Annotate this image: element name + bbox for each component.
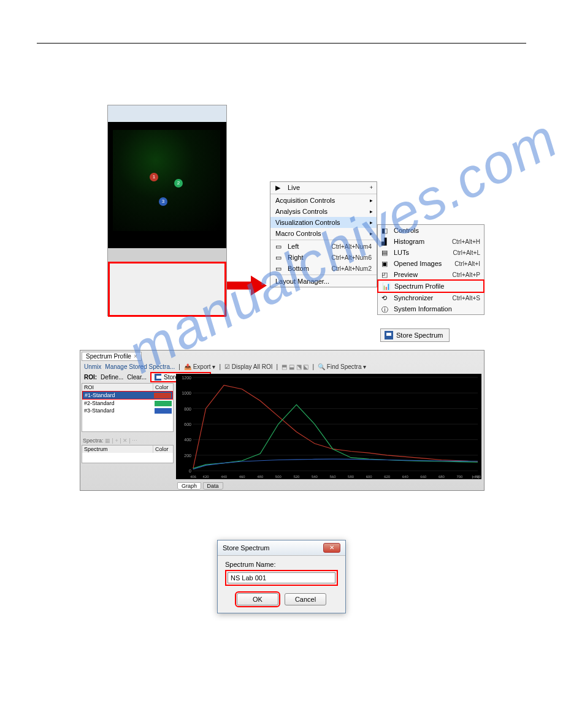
menu-item-controls[interactable]: ◧Controls bbox=[378, 225, 484, 236]
roi-row-3[interactable]: #3-Standard bbox=[82, 407, 173, 414]
menu-item-opened-images[interactable]: ▣Opened ImagesCtrl+Alt+I bbox=[378, 258, 484, 269]
svg-text:1200: 1200 bbox=[182, 376, 191, 380]
svg-text:600: 600 bbox=[366, 475, 373, 479]
menu-item-spectrum-profile[interactable]: 📊Spectrum Profile bbox=[377, 279, 484, 293]
svg-text:540: 540 bbox=[312, 475, 318, 479]
tab-graph[interactable]: Graph bbox=[177, 482, 201, 490]
controls-icon: ◧ bbox=[381, 227, 390, 234]
svg-text:[nm]: [nm] bbox=[472, 475, 479, 479]
roi-row-1[interactable]: #1-Standard bbox=[82, 391, 173, 400]
menu-item-visualization[interactable]: Visualization Controls▸ bbox=[270, 217, 377, 228]
color-swatch[interactable] bbox=[155, 408, 172, 414]
roi-row-2[interactable]: #2-Standard bbox=[82, 400, 173, 407]
svg-marker-0 bbox=[227, 276, 267, 296]
visualization-submenu: ◧Controls ▟HistogramCtrl+Alt+H ▤LUTsCtrl… bbox=[377, 224, 484, 315]
menu-item-system-info[interactable]: ⓘSystem Information bbox=[378, 303, 484, 314]
svg-text:500: 500 bbox=[275, 475, 282, 479]
sync-icon: ⟲ bbox=[381, 294, 390, 301]
find-spectra-button[interactable]: 🔍 Find Spectra ▾ bbox=[318, 363, 366, 370]
ok-button[interactable]: OK bbox=[237, 593, 278, 605]
roi-header: ROI bbox=[82, 384, 153, 391]
svg-text:460: 460 bbox=[239, 475, 246, 479]
svg-text:200: 200 bbox=[184, 453, 191, 458]
color-header: Color bbox=[153, 384, 173, 391]
menu-item-left[interactable]: ▭LeftCtrl+Alt+Num4 bbox=[270, 241, 377, 252]
play-icon: ▶ bbox=[275, 184, 284, 191]
spectrum-chart: 0200400600800100012004064204404604805005… bbox=[176, 374, 481, 479]
app-thumbnail: 1 2 3 bbox=[107, 105, 227, 316]
store-spectrum-dialog: Store Spectrum ✕ Spectrum Name: OK Cance… bbox=[217, 540, 346, 613]
arrow-right-icon: ▸ bbox=[370, 208, 373, 214]
spectrum-name-label: Spectrum Name: bbox=[225, 561, 338, 568]
svg-text:1000: 1000 bbox=[182, 391, 191, 395]
menu-item-layout-manager[interactable]: Layout Manager... bbox=[270, 276, 377, 287]
svg-text:0: 0 bbox=[189, 469, 191, 473]
spectra-section: Spectra: ▦ | + | ✕ | ⋯ SpectrumColor bbox=[82, 436, 174, 463]
roi-marker-1: 1 bbox=[150, 173, 158, 181]
svg-text:640: 640 bbox=[402, 475, 409, 479]
dialog-title: Store Spectrum bbox=[223, 544, 269, 552]
arrow-right-icon: ▸ bbox=[370, 197, 373, 203]
svg-text:600: 600 bbox=[184, 422, 191, 427]
menu-item-synchronizer[interactable]: ⟲SynchronizerCtrl+Alt+S bbox=[378, 292, 484, 303]
svg-text:660: 660 bbox=[420, 475, 427, 479]
dock-left-icon: ▭ bbox=[275, 243, 284, 250]
spectrum-profile-panel: Spectrum Profile× Unmix Manage Stored Sp… bbox=[80, 350, 484, 491]
view-menu: ▶Live+ Acquisition Controls▸ Analysis Co… bbox=[270, 181, 377, 287]
manage-spectra-link[interactable]: Manage Stored Spectra... bbox=[105, 363, 175, 370]
thumbnail-menu-highlight bbox=[108, 262, 226, 317]
cancel-button[interactable]: Cancel bbox=[285, 593, 326, 605]
info-icon: ⓘ bbox=[381, 305, 390, 313]
save-icon bbox=[155, 374, 161, 381]
plus-icon: + bbox=[370, 184, 373, 191]
svg-text:406: 406 bbox=[190, 475, 197, 479]
panel-tab[interactable]: Spectrum Profile× bbox=[82, 352, 142, 361]
roi-marker-2: 2 bbox=[174, 179, 183, 188]
menu-item-macro[interactable]: Macro Controls▸ bbox=[270, 228, 377, 239]
save-icon bbox=[385, 331, 393, 339]
spectrum-name-input[interactable] bbox=[228, 572, 335, 583]
menu-item-live[interactable]: ▶Live+ bbox=[270, 182, 377, 193]
toolbar-icons[interactable]: ⬒ ⬓ ⬔ ⬕ bbox=[282, 363, 308, 370]
histogram-icon: ▟ bbox=[381, 238, 390, 245]
menu-item-acquisition[interactable]: Acquisition Controls▸ bbox=[270, 195, 377, 206]
store-spectrum-button[interactable]: Store Spectrum bbox=[380, 328, 450, 342]
define-link[interactable]: Define... bbox=[101, 374, 123, 381]
color-swatch[interactable] bbox=[154, 393, 171, 398]
svg-text:800: 800 bbox=[184, 407, 191, 411]
svg-text:580: 580 bbox=[348, 475, 354, 479]
svg-text:680: 680 bbox=[439, 475, 445, 479]
unmix-link[interactable]: Unmix bbox=[84, 363, 101, 370]
svg-text:480: 480 bbox=[257, 475, 264, 479]
menu-item-bottom[interactable]: ▭BottomCtrl+Alt+Num2 bbox=[270, 263, 377, 274]
arrow-right-icon: ▸ bbox=[370, 219, 373, 226]
roi-list: ROIColor #1-Standard #2-Standard #3-Stan… bbox=[82, 383, 174, 432]
menu-item-preview[interactable]: ◰PreviewCtrl+Alt+P bbox=[378, 269, 484, 280]
clear-link[interactable]: Clear... bbox=[127, 374, 147, 381]
roi-label: ROI: bbox=[84, 374, 97, 381]
spectra-toolbar[interactable]: ▦ | + | ✕ | ⋯ bbox=[105, 438, 137, 444]
svg-text:420: 420 bbox=[203, 475, 210, 479]
luts-icon: ▤ bbox=[381, 249, 390, 256]
svg-text:400: 400 bbox=[184, 438, 191, 442]
microscopy-image: 1 2 3 bbox=[113, 130, 220, 231]
dock-right-icon: ▭ bbox=[275, 254, 284, 261]
export-button[interactable]: 📤 Export ▾ bbox=[184, 363, 215, 370]
close-icon[interactable]: × bbox=[134, 353, 137, 360]
svg-text:560: 560 bbox=[330, 475, 337, 479]
preview-icon: ◰ bbox=[381, 271, 390, 278]
menu-item-histogram[interactable]: ▟HistogramCtrl+Alt+H bbox=[378, 236, 484, 247]
tab-data[interactable]: Data bbox=[203, 482, 223, 490]
svg-text:620: 620 bbox=[384, 475, 391, 479]
arrow-right-icon: ▸ bbox=[370, 230, 373, 237]
svg-text:520: 520 bbox=[293, 475, 300, 479]
dock-bottom-icon: ▭ bbox=[275, 265, 284, 272]
svg-text:700: 700 bbox=[456, 475, 463, 479]
display-all-roi-checkbox[interactable]: ☑ Display All ROI bbox=[224, 363, 272, 370]
menu-item-luts[interactable]: ▤LUTsCtrl+Alt+L bbox=[378, 247, 484, 258]
menu-item-analysis[interactable]: Analysis Controls▸ bbox=[270, 206, 377, 217]
close-button[interactable]: ✕ bbox=[323, 543, 340, 553]
arrow-icon bbox=[227, 273, 267, 298]
menu-item-right[interactable]: ▭RightCtrl+Alt+Num6 bbox=[270, 252, 377, 263]
color-swatch[interactable] bbox=[155, 401, 172, 406]
